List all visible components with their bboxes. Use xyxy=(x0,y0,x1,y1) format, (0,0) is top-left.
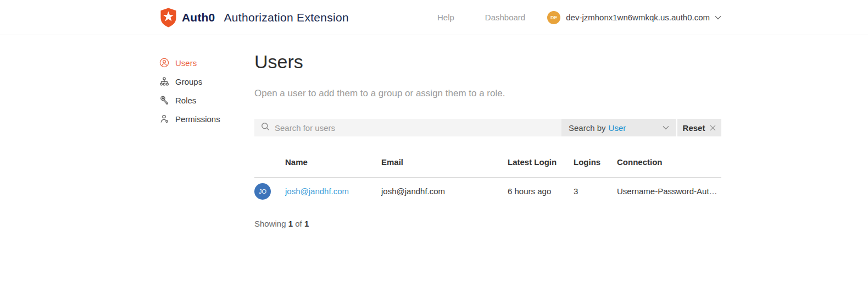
chevron-down-icon xyxy=(663,125,669,130)
tenant-name: dev-jzmhonx1wn6wmkqk.us.auth0.com xyxy=(566,13,710,22)
main-content: Users Open a user to add them to a group… xyxy=(254,35,721,228)
account-menu[interactable]: DE dev-jzmhonx1wn6wmkqk.us.auth0.com xyxy=(547,11,721,24)
user-avatar: JO xyxy=(254,183,271,200)
column-header-latest-login: Latest Login xyxy=(508,157,574,167)
search-by-label: Search by xyxy=(569,123,606,133)
search-by-dropdown[interactable]: Search by User xyxy=(561,119,676,136)
sidebar-item-users[interactable]: Users xyxy=(159,57,220,68)
sidebar-item-label: Roles xyxy=(175,96,196,105)
sidebar-nav: Users Groups Roles xyxy=(159,57,220,124)
help-link[interactable]: Help xyxy=(437,13,454,22)
user-connection: Username-Password-Auth… xyxy=(617,186,721,196)
avatar: DE xyxy=(547,11,560,24)
sidebar-item-label: Groups xyxy=(175,77,202,86)
table-row[interactable]: JO josh@jandhf.com josh@jandhf.com 6 hou… xyxy=(254,178,721,205)
column-header-connection: Connection xyxy=(617,157,721,167)
user-logins-count: 3 xyxy=(574,186,617,196)
chevron-down-icon xyxy=(715,15,721,20)
org-chart-icon xyxy=(159,76,169,86)
search-by-value: User xyxy=(609,123,626,133)
search-box[interactable] xyxy=(254,119,561,136)
key-icon xyxy=(159,95,169,105)
user-name-link[interactable]: josh@jandhf.com xyxy=(285,186,381,196)
sidebar-item-label: Permissions xyxy=(175,114,220,124)
of-label: of xyxy=(295,219,302,228)
showing-label: Showing xyxy=(254,219,286,228)
sidebar-item-groups[interactable]: Groups xyxy=(159,76,220,87)
top-header: Auth0 Authorization Extension Help Dashb… xyxy=(0,0,868,35)
column-header-email: Email xyxy=(381,157,508,167)
auth0-shield-icon xyxy=(159,8,177,28)
user-circle-icon xyxy=(159,58,169,68)
sidebar-item-permissions[interactable]: Permissions xyxy=(159,113,220,124)
showing-current: 1 xyxy=(288,219,293,228)
page-title: Users xyxy=(254,51,721,73)
sidebar-item-roles[interactable]: Roles xyxy=(159,95,220,106)
column-header-name: Name xyxy=(285,157,381,167)
sidebar-item-label: Users xyxy=(175,58,197,68)
search-input[interactable] xyxy=(275,123,555,133)
brand-name: Auth0 xyxy=(182,11,215,24)
user-latest-login: 6 hours ago xyxy=(508,186,574,196)
user-email: josh@jandhf.com xyxy=(381,186,508,196)
showing-total: 1 xyxy=(304,219,309,228)
search-bar: Search by User Reset xyxy=(254,119,721,136)
dashboard-link[interactable]: Dashboard xyxy=(485,13,525,22)
column-header-logins: Logins xyxy=(574,157,617,167)
person-key-icon xyxy=(159,114,169,124)
page-description: Open a user to add them to a group or as… xyxy=(254,88,721,99)
auth0-logo: Auth0 Authorization Extension xyxy=(159,8,349,28)
reset-button[interactable]: Reset xyxy=(676,119,721,136)
table-header-row: Name Email Latest Login Logins Connectio… xyxy=(254,157,721,178)
close-icon xyxy=(710,125,716,131)
app-title: Authorization Extension xyxy=(224,11,349,24)
results-summary: Showing 1 of 1 xyxy=(254,219,721,228)
search-icon xyxy=(261,122,275,133)
reset-label: Reset xyxy=(683,123,705,133)
